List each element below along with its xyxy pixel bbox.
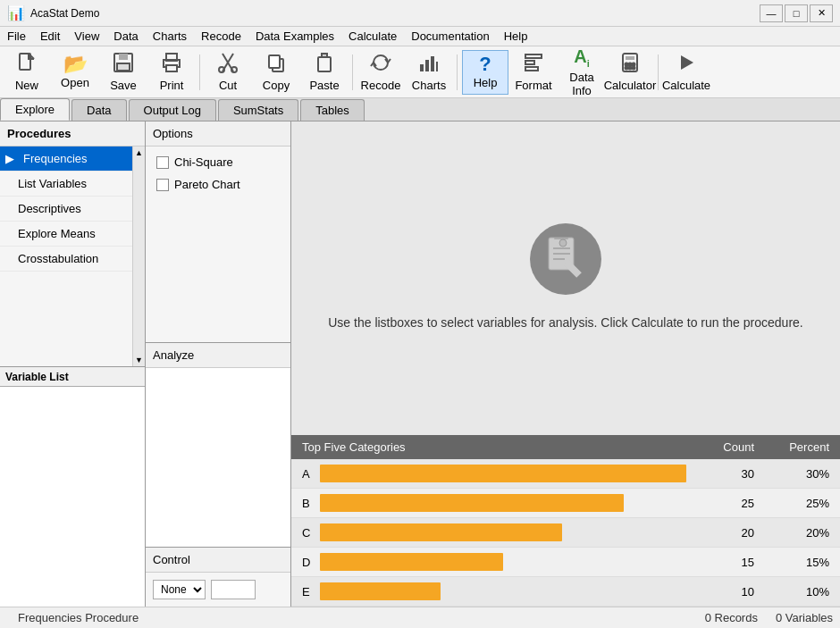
variable-list-body (0, 386, 145, 607)
chi-square-box[interactable] (156, 156, 169, 169)
bar-d (320, 553, 503, 571)
pareto-chart-box[interactable] (156, 179, 169, 191)
charts-icon (418, 52, 440, 77)
paste-button[interactable]: Paste (301, 50, 348, 95)
bar-container-d: D (302, 552, 686, 572)
instruction-text: Use the listboxes to select variables fo… (328, 313, 802, 332)
right-instruction-area: Use the listboxes to select variables fo… (291, 121, 840, 435)
chart-row-d: D 15 15% (291, 548, 840, 577)
svg-rect-15 (420, 64, 424, 71)
pareto-chart-checkbox[interactable]: Pareto Chart (156, 178, 280, 191)
menu-documentation[interactable]: Documentation (404, 28, 496, 45)
menu-data[interactable]: Data (106, 28, 145, 45)
copy-button[interactable]: Copy (253, 50, 299, 95)
bar-e (320, 582, 441, 600)
calculator-button[interactable]: Calculator (607, 50, 653, 95)
menu-data-examples[interactable]: Data Examples (248, 28, 341, 45)
chart-count-d: 15 (686, 556, 758, 569)
chart-row-b: B 25 25% (291, 489, 840, 518)
chart-percent-a: 30% (758, 467, 829, 481)
svg-rect-4 (117, 63, 130, 71)
open-button[interactable]: 📂 Open (52, 50, 98, 95)
control-text-input[interactable] (211, 580, 256, 599)
tab-tables[interactable]: Tables (300, 99, 365, 121)
proc-item-descriptives[interactable]: Descriptives (0, 197, 132, 222)
bar-container-a: A (302, 464, 686, 483)
format-button[interactable]: Format (510, 50, 557, 95)
procedures-header: Procedures (0, 121, 145, 147)
svg-point-26 (633, 63, 635, 66)
cut-icon (217, 52, 239, 77)
tab-output-log[interactable]: Output Log (129, 99, 216, 121)
charts-button[interactable]: Charts (406, 50, 452, 95)
proc-item-frequencies[interactable]: ▶ Frequencies (0, 147, 132, 172)
print-icon (161, 52, 182, 77)
right-panel: Use the listboxes to select variables fo… (291, 121, 840, 607)
maximize-button[interactable]: □ (785, 4, 808, 22)
proc-scroll-up[interactable]: ▲ (135, 148, 143, 157)
svg-point-28 (629, 67, 632, 70)
status-bar: Frequencies Procedure 0 Records 0 Variab… (0, 607, 840, 628)
calculate-button[interactable]: Calculate (663, 50, 710, 95)
chart-percent-d: 15% (758, 556, 829, 569)
svg-marker-30 (681, 55, 693, 70)
proc-item-explore-means[interactable]: Explore Means (0, 222, 132, 247)
format-icon (523, 52, 544, 77)
svg-rect-18 (436, 62, 438, 71)
proc-scrollbar[interactable]: ▲ ▼ (132, 147, 145, 366)
save-icon (113, 52, 134, 77)
minimize-button[interactable]: — (760, 4, 783, 22)
svg-point-27 (626, 67, 628, 70)
chart-percent-e: 10% (758, 585, 829, 599)
new-button[interactable]: New (4, 50, 50, 95)
recode-button[interactable]: Recode (357, 50, 404, 95)
toolbar-sep-4 (658, 54, 659, 90)
chart-row-a: A 30 30% (291, 459, 840, 489)
toolbar-sep-1 (199, 54, 200, 90)
tab-bar: Explore Data Output Log SumStats Tables (0, 98, 840, 121)
chart-percent-c: 20% (758, 526, 829, 540)
menu-help[interactable]: Help (497, 28, 535, 45)
tab-data[interactable]: Data (71, 99, 126, 121)
svg-rect-16 (425, 60, 429, 71)
menu-recode[interactable]: Recode (194, 28, 248, 45)
svg-point-10 (231, 67, 237, 72)
chi-square-checkbox[interactable]: Chi-Square (156, 155, 280, 169)
chart-table-header: Top Five Categories Count Percent (291, 435, 840, 459)
cut-button[interactable]: Cut (205, 50, 251, 95)
menu-view[interactable]: View (67, 28, 106, 45)
proc-item-list-variables[interactable]: List Variables (0, 172, 132, 197)
tab-sumstats[interactable]: SumStats (218, 99, 298, 121)
proc-scroll-down[interactable]: ▼ (135, 356, 143, 364)
paste-icon (314, 52, 335, 77)
proc-item-crosstabulation[interactable]: Crosstabulation (0, 247, 132, 272)
chart-col-count: Count (686, 440, 758, 454)
help-button[interactable]: ? Help (462, 50, 508, 95)
left-panel: Procedures ▶ Frequencies List Variables … (0, 121, 146, 607)
toolbar-sep-3 (457, 54, 458, 90)
tab-explore[interactable]: Explore (0, 98, 70, 121)
calculate-icon (676, 52, 697, 77)
bar-container-e: E (302, 582, 686, 601)
new-icon (16, 52, 38, 77)
save-button[interactable]: Save (100, 50, 147, 95)
chart-col-percent: Percent (758, 440, 829, 454)
svg-rect-13 (318, 57, 331, 71)
menu-edit[interactable]: Edit (33, 28, 67, 45)
print-button[interactable]: Print (148, 50, 195, 95)
control-select[interactable]: None (153, 580, 206, 599)
bar-a (320, 465, 686, 482)
chart-label-a: A (302, 467, 316, 481)
svg-rect-3 (119, 54, 128, 60)
chart-label-d: D (302, 556, 316, 569)
menu-file[interactable]: File (0, 28, 33, 45)
menu-calculate[interactable]: Calculate (341, 28, 404, 45)
chart-label-b: B (302, 497, 316, 510)
svg-rect-12 (269, 55, 280, 68)
svg-point-25 (629, 63, 632, 66)
help-icon: ? (479, 54, 491, 74)
datainfo-button[interactable]: Ai Data Info (559, 50, 605, 95)
menu-charts[interactable]: Charts (146, 28, 194, 45)
close-button[interactable]: ✕ (810, 4, 833, 22)
status-right: 0 Records 0 Variables (705, 611, 833, 624)
